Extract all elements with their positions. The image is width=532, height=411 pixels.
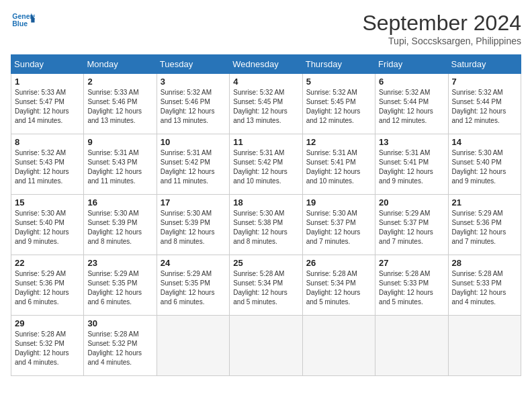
- calendar-day-22: 22Sunrise: 5:29 AMSunset: 5:36 PMDayligh…: [11, 255, 84, 316]
- calendar-day-17: 17Sunrise: 5:30 AMSunset: 5:39 PMDayligh…: [157, 195, 229, 255]
- calendar-day-27: 27Sunrise: 5:28 AMSunset: 5:33 PMDayligh…: [375, 255, 448, 316]
- calendar-day-18: 18Sunrise: 5:30 AMSunset: 5:38 PMDayligh…: [230, 195, 302, 255]
- calendar-day-28: 28Sunrise: 5:28 AMSunset: 5:33 PMDayligh…: [448, 255, 521, 316]
- calendar-day-19: 19Sunrise: 5:30 AMSunset: 5:37 PMDayligh…: [302, 195, 375, 255]
- calendar-day-29: 29Sunrise: 5:28 AMSunset: 5:32 PMDayligh…: [11, 316, 84, 376]
- calendar-day-empty: [375, 316, 448, 376]
- weekday-header-thursday: Thursday: [302, 55, 375, 74]
- calendar-table: SundayMondayTuesdayWednesdayThursdayFrid…: [11, 54, 521, 376]
- calendar-day-23: 23Sunrise: 5:29 AMSunset: 5:35 PMDayligh…: [84, 255, 157, 316]
- calendar-day-15: 15Sunrise: 5:30 AMSunset: 5:40 PMDayligh…: [11, 195, 84, 255]
- logo-icon: General Blue: [11, 11, 35, 30]
- page-header: General Blue September 2024 Tupi, Soccsk…: [11, 11, 521, 46]
- weekday-header-sunday: Sunday: [11, 55, 84, 74]
- calendar-day-16: 16Sunrise: 5:30 AMSunset: 5:39 PMDayligh…: [84, 195, 157, 255]
- logo: General Blue: [11, 11, 35, 30]
- calendar-week-1: 1Sunrise: 5:33 AMSunset: 5:47 PMDaylight…: [11, 74, 521, 134]
- month-title: September 2024: [362, 11, 521, 36]
- svg-text:Blue: Blue: [12, 19, 28, 28]
- calendar-day-12: 12Sunrise: 5:31 AMSunset: 5:41 PMDayligh…: [302, 134, 375, 195]
- calendar-day-9: 9Sunrise: 5:31 AMSunset: 5:43 PMDaylight…: [84, 134, 157, 195]
- title-block: September 2024 Tupi, Soccsksargen, Phili…: [362, 11, 521, 46]
- calendar-day-7: 7Sunrise: 5:32 AMSunset: 5:44 PMDaylight…: [448, 74, 521, 134]
- calendar-day-8: 8Sunrise: 5:32 AMSunset: 5:43 PMDaylight…: [11, 134, 84, 195]
- calendar-header-row: SundayMondayTuesdayWednesdayThursdayFrid…: [11, 55, 521, 74]
- calendar-week-3: 15Sunrise: 5:30 AMSunset: 5:40 PMDayligh…: [11, 195, 521, 255]
- calendar-day-10: 10Sunrise: 5:31 AMSunset: 5:42 PMDayligh…: [157, 134, 229, 195]
- calendar-day-14: 14Sunrise: 5:30 AMSunset: 5:40 PMDayligh…: [448, 134, 521, 195]
- calendar-day-11: 11Sunrise: 5:31 AMSunset: 5:42 PMDayligh…: [230, 134, 302, 195]
- weekday-header-tuesday: Tuesday: [157, 55, 229, 74]
- calendar-day-13: 13Sunrise: 5:31 AMSunset: 5:41 PMDayligh…: [375, 134, 448, 195]
- calendar-day-empty: [157, 316, 229, 376]
- calendar-week-5: 29Sunrise: 5:28 AMSunset: 5:32 PMDayligh…: [11, 316, 521, 376]
- calendar-day-1: 1Sunrise: 5:33 AMSunset: 5:47 PMDaylight…: [11, 74, 84, 134]
- weekday-header-friday: Friday: [375, 55, 448, 74]
- calendar-day-25: 25Sunrise: 5:28 AMSunset: 5:34 PMDayligh…: [230, 255, 302, 316]
- calendar-day-empty: [448, 316, 521, 376]
- calendar-day-empty: [302, 316, 375, 376]
- calendar-day-21: 21Sunrise: 5:29 AMSunset: 5:36 PMDayligh…: [448, 195, 521, 255]
- calendar-day-4: 4Sunrise: 5:32 AMSunset: 5:45 PMDaylight…: [230, 74, 302, 134]
- calendar-day-empty: [230, 316, 302, 376]
- calendar-week-2: 8Sunrise: 5:32 AMSunset: 5:43 PMDaylight…: [11, 134, 521, 195]
- calendar-day-2: 2Sunrise: 5:33 AMSunset: 5:46 PMDaylight…: [84, 74, 157, 134]
- calendar-day-5: 5Sunrise: 5:32 AMSunset: 5:45 PMDaylight…: [302, 74, 375, 134]
- weekday-header-monday: Monday: [84, 55, 157, 74]
- calendar-day-6: 6Sunrise: 5:32 AMSunset: 5:44 PMDaylight…: [375, 74, 448, 134]
- calendar-day-24: 24Sunrise: 5:29 AMSunset: 5:35 PMDayligh…: [157, 255, 229, 316]
- calendar-week-4: 22Sunrise: 5:29 AMSunset: 5:36 PMDayligh…: [11, 255, 521, 316]
- weekday-header-wednesday: Wednesday: [230, 55, 302, 74]
- calendar-day-26: 26Sunrise: 5:28 AMSunset: 5:34 PMDayligh…: [302, 255, 375, 316]
- calendar-day-3: 3Sunrise: 5:32 AMSunset: 5:46 PMDaylight…: [157, 74, 229, 134]
- calendar-day-20: 20Sunrise: 5:29 AMSunset: 5:37 PMDayligh…: [375, 195, 448, 255]
- location: Tupi, Soccsksargen, Philippines: [362, 36, 521, 46]
- calendar-day-30: 30Sunrise: 5:28 AMSunset: 5:32 PMDayligh…: [84, 316, 157, 376]
- weekday-header-saturday: Saturday: [448, 55, 521, 74]
